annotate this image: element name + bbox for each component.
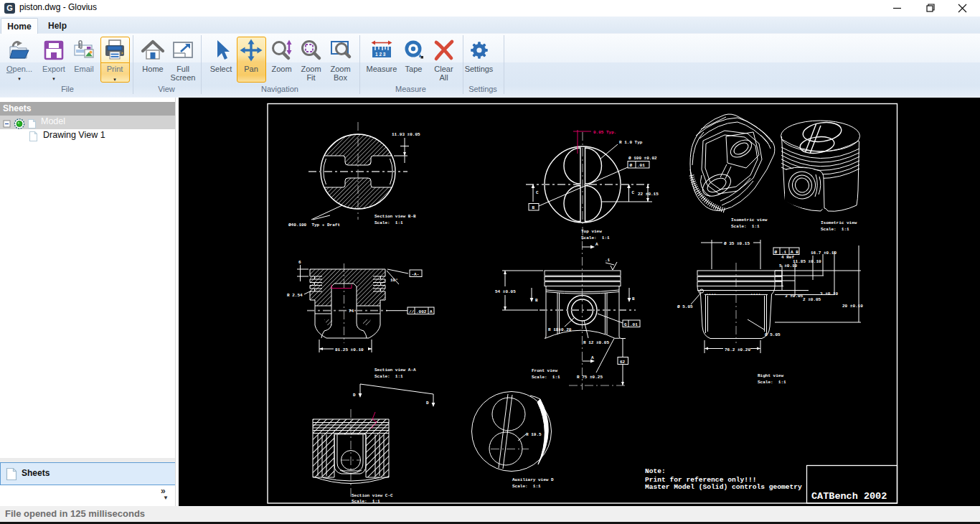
svg-text:Scale: 1:1: Scale: 1:1: [731, 224, 760, 229]
svg-text:D: D: [353, 393, 356, 398]
svg-text:.01: .01: [630, 322, 638, 327]
svg-text:3 ±0.10: 3 ±0.10: [820, 291, 839, 296]
svg-text:R 18±0.20: R 18±0.20: [548, 327, 572, 332]
svg-text:A B: A B: [791, 250, 798, 255]
svg-text:.002: .002: [416, 309, 427, 314]
svg-text:R 19.5: R 19.5: [526, 432, 542, 437]
svg-text:Ø 5.05: Ø 5.05: [677, 304, 693, 309]
svg-text:B: B: [532, 205, 535, 210]
svg-text:54 ±0.05: 54 ±0.05: [495, 289, 516, 294]
svg-text:-A-: -A-: [412, 272, 420, 277]
svg-text:.01: .01: [637, 163, 645, 168]
svg-text://: //: [409, 309, 415, 314]
svg-text:74: 74: [349, 309, 354, 314]
svg-text:Section view C-C: Section view C-C: [352, 493, 393, 498]
svg-text:1 2 3: 1 2 3: [375, 52, 386, 57]
svg-text:76.2 ±0.20: 76.2 ±0.20: [725, 347, 750, 352]
svg-text:D: D: [426, 401, 429, 406]
svg-text:C: C: [536, 190, 539, 195]
svg-text:16.7 ±0.10: 16.7 ±0.10: [811, 251, 837, 256]
svg-text:Isometric view: Isometric view: [821, 220, 857, 225]
svg-text:Ø: Ø: [775, 250, 778, 255]
svg-text:Scale: 1:1: Scale: 1:1: [374, 220, 403, 225]
svg-text:B: B: [535, 298, 538, 303]
svg-text:CATBench 2002: CATBench 2002: [811, 491, 887, 502]
svg-text:Top view: Top view: [581, 229, 602, 234]
svg-text:····: ····: [750, 291, 760, 296]
svg-text:Scale: 1:1: Scale: 1:1: [758, 380, 786, 385]
svg-text:G: G: [624, 322, 627, 327]
svg-text:C: C: [632, 190, 635, 195]
svg-text:Scale: 1:1: Scale: 1:1: [352, 499, 380, 504]
svg-text:6: 6: [298, 260, 301, 265]
svg-text:Ø: Ø: [630, 163, 633, 168]
svg-text:Scale: 1:1: Scale: 1:1: [581, 235, 610, 240]
svg-text:Isometric view: Isometric view: [731, 217, 768, 223]
svg-text:Ø 35 ±0.15: Ø 35 ±0.15: [724, 241, 750, 246]
svg-text:Scale: 1:1: Scale: 1:1: [374, 374, 403, 379]
svg-text:Right view: Right view: [758, 373, 783, 378]
svg-text:22 ±0.15: 22 ±0.15: [638, 192, 659, 197]
svg-text:5 ±0.10: 5 ±0.10: [779, 263, 798, 268]
svg-text:Ø 100 ±0.02: Ø 100 ±0.02: [628, 156, 657, 161]
svg-text:Scale: 1:1: Scale: 1:1: [532, 375, 560, 380]
svg-text:Section view A-A: Section view A-A: [374, 368, 416, 373]
svg-text:62: 62: [620, 360, 626, 365]
svg-text:Section view B-B: Section view B-B: [374, 214, 416, 219]
svg-text:.1: .1: [605, 258, 611, 263]
svg-text:.1: .1: [781, 250, 787, 255]
svg-text:Scale: 1:1: Scale: 1:1: [512, 484, 541, 489]
svg-text:20 ±0.10: 20 ±0.10: [842, 304, 863, 309]
svg-text:Ø 5.05: Ø 5.05: [765, 332, 781, 337]
svg-text:A: A: [430, 309, 433, 314]
svg-text:Scale: 1:1: Scale: 1:1: [821, 227, 849, 232]
svg-text:R 75 ±0.25: R 75 ±0.25: [577, 375, 603, 380]
svg-text:R 2.54: R 2.54: [287, 293, 303, 298]
svg-text:A: A: [595, 242, 598, 247]
svg-text:B: B: [632, 296, 635, 301]
svg-text:R 1.0 Typ: R 1.0 Typ: [619, 140, 643, 145]
svg-text:Front view: Front view: [532, 368, 557, 373]
svg-text:0.05 Typ.: 0.05 Typ.: [593, 130, 616, 135]
svg-text:A: A: [591, 355, 594, 360]
svg-text:81.25 ±0.10: 81.25 ±0.10: [335, 347, 364, 352]
svg-text:Master Model (Solid) controls: Master Model (Solid) controls geometry: [645, 483, 802, 491]
svg-text:R 12 ±0.05: R 12 ±0.05: [583, 340, 609, 345]
svg-text:11.93 ±0.05: 11.93 ±0.05: [392, 132, 420, 137]
svg-text:Note:: Note:: [645, 467, 666, 475]
svg-text:Auxiliary view D: Auxiliary view D: [512, 477, 554, 482]
svg-text:3 ±0.05: 3 ±0.05: [785, 294, 804, 299]
svg-text:····: ····: [706, 291, 716, 296]
svg-text:Ø40.100 Typ + Draft: Ø40.100 Typ + Draft: [288, 223, 340, 228]
svg-text:2 ±0.05: 2 ±0.05: [803, 297, 821, 302]
